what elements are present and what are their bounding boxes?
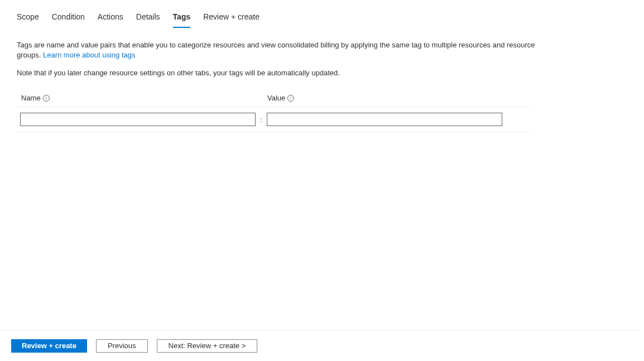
tags-table: Name i Value i :: [17, 94, 530, 132]
info-icon[interactable]: i: [43, 95, 50, 102]
tag-name-input[interactable]: [20, 113, 256, 126]
content-area: Scope Condition Actions Details Tags Rev…: [0, 0, 644, 329]
column-header-value-label: Value: [267, 94, 285, 102]
tab-review-create[interactable]: Review + create: [203, 11, 259, 28]
tags-note: Note that if you later change resource s…: [17, 68, 644, 78]
next-button[interactable]: Next: Review + create >: [157, 339, 258, 353]
tab-tags[interactable]: Tags: [173, 11, 191, 28]
tab-condition[interactable]: Condition: [52, 11, 85, 28]
previous-button[interactable]: Previous: [96, 339, 148, 353]
info-icon[interactable]: i: [287, 95, 294, 102]
tag-separator: :: [256, 115, 267, 124]
column-header-value: Value i: [265, 94, 294, 102]
tab-scope[interactable]: Scope: [17, 11, 39, 28]
column-header-name: Name i: [17, 94, 265, 102]
tags-description: Tags are name and value pairs that enabl…: [17, 40, 552, 60]
tag-row: :: [17, 113, 530, 132]
tab-actions[interactable]: Actions: [98, 11, 123, 28]
wizard-footer: Review + create Previous Next: Review + …: [0, 330, 638, 361]
learn-more-link[interactable]: Learn more about using tags: [43, 51, 136, 59]
wizard-tabs: Scope Condition Actions Details Tags Rev…: [17, 0, 644, 28]
tag-value-input[interactable]: [267, 113, 502, 126]
tags-table-header: Name i Value i: [17, 94, 530, 107]
column-header-name-label: Name: [21, 94, 41, 102]
tab-details[interactable]: Details: [136, 11, 160, 28]
page-scroll-container[interactable]: Scope Condition Actions Details Tags Rev…: [0, 0, 644, 361]
review-create-button[interactable]: Review + create: [11, 339, 87, 353]
